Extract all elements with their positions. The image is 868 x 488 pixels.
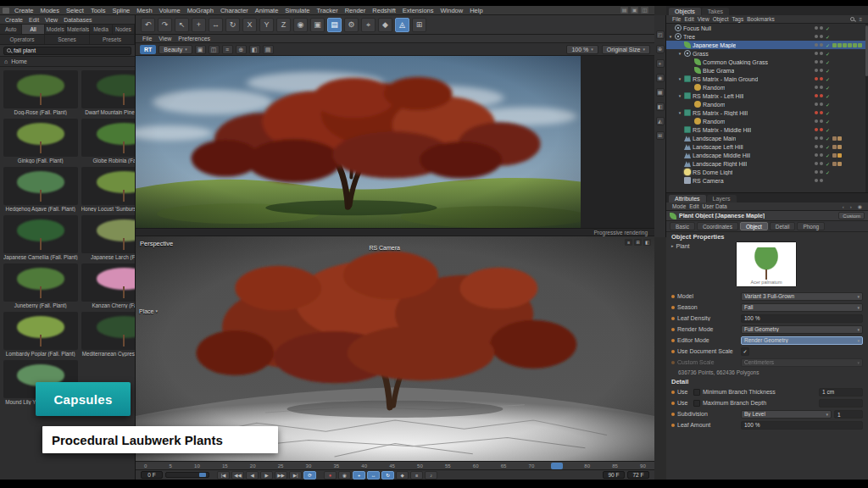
enable-check-icon[interactable]: ✓ bbox=[825, 59, 831, 65]
object-row[interactable]: ▾ RS Matrix - Main Ground ✓ bbox=[666, 75, 868, 83]
attribute-menu-item[interactable]: User Data bbox=[700, 203, 728, 209]
visibility-dots[interactable] bbox=[815, 69, 823, 72]
viewport-maximize-icon[interactable]: ◧ bbox=[643, 239, 651, 246]
object-label[interactable]: RS Matrix - Right Hill bbox=[693, 110, 748, 116]
animation-dot-icon[interactable] bbox=[671, 295, 675, 298]
current-frame-field[interactable]: 72 F bbox=[627, 471, 649, 479]
use-checkbox[interactable] bbox=[693, 389, 700, 396]
object-tags[interactable] bbox=[832, 52, 866, 56]
object-tags[interactable] bbox=[832, 69, 866, 73]
object-row[interactable]: Landscape Middle Hill ✓ bbox=[666, 151, 868, 159]
animation-dot-icon[interactable] bbox=[671, 402, 675, 405]
asset-menu-item[interactable]: Create bbox=[3, 17, 25, 23]
asset-item[interactable]: Ginkgo (Fall. Plant) bbox=[3, 118, 79, 164]
object-label[interactable]: Landscape Main bbox=[693, 136, 736, 141]
asset-menu-item[interactable]: View bbox=[42, 17, 60, 23]
menu-item[interactable]: Modes bbox=[37, 7, 64, 14]
asset-item[interactable]: Kanzan Cherry (Fall. Plant) bbox=[81, 263, 136, 309]
grid-icon[interactable]: ▦ bbox=[656, 88, 665, 97]
attribute-control[interactable]: 100 %▾ bbox=[741, 314, 863, 323]
attribute-tab[interactable]: Phong bbox=[797, 222, 825, 230]
visibility-dots[interactable] bbox=[815, 86, 823, 89]
object-row[interactable]: Random ✓ bbox=[666, 100, 868, 108]
modeling-axis-icon[interactable]: ◆ bbox=[378, 18, 392, 32]
enable-check-icon[interactable]: ✓ bbox=[825, 119, 831, 125]
viewport-layout-icon[interactable]: ⊞ bbox=[634, 239, 642, 246]
menu-item[interactable]: Mesh bbox=[133, 7, 155, 14]
asset-tab[interactable]: Nodes bbox=[113, 25, 135, 34]
snapshot-icon[interactable]: ▣ bbox=[195, 45, 206, 54]
undo-icon[interactable]: ↶ bbox=[141, 18, 155, 32]
region-render-icon[interactable]: ◧ bbox=[249, 45, 260, 54]
asset-item[interactable]: Globe Robinia (Fall. Plant) bbox=[81, 118, 136, 164]
timeline-ruler[interactable]: 051015202530354045505560657075808590 bbox=[136, 461, 654, 469]
enable-check-icon[interactable]: ✓ bbox=[825, 152, 831, 158]
workplane-icon[interactable]: ⊞ bbox=[412, 18, 426, 32]
attribute-control[interactable]: Full Geometry▾ bbox=[741, 325, 863, 334]
visibility-dots[interactable] bbox=[815, 111, 823, 114]
shading-icon[interactable]: ◧ bbox=[656, 103, 665, 111]
frame-tick[interactable]: 90 bbox=[640, 462, 646, 469]
rt-toggle-button[interactable]: RT bbox=[140, 45, 156, 54]
enable-check-icon[interactable]: ✓ bbox=[825, 102, 831, 108]
history-back-icon[interactable]: ‹ bbox=[841, 204, 846, 209]
asset-subtab[interactable]: Presets bbox=[90, 35, 135, 44]
object-tags[interactable] bbox=[832, 35, 866, 39]
asset-item[interactable]: Honey Locust 'Sunburst' (Fall. Plant) bbox=[81, 166, 136, 213]
asset-menu-item[interactable]: Databases bbox=[61, 17, 94, 23]
object-label[interactable]: Focus Null bbox=[683, 25, 711, 31]
compare-ab-icon[interactable]: ◫ bbox=[209, 45, 220, 54]
move-tool-icon[interactable]: + bbox=[192, 18, 206, 32]
asset-tab[interactable]: Auto bbox=[0, 25, 22, 34]
object-tags[interactable] bbox=[832, 60, 866, 64]
object-row[interactable]: Landscape Main ✓ bbox=[666, 134, 868, 142]
panel-tab[interactable]: Layers bbox=[707, 195, 737, 202]
previous-frame-button[interactable]: ◀ bbox=[246, 471, 259, 480]
layout-icon[interactable]: ▤ bbox=[620, 7, 628, 14]
object-manager-menu-item[interactable]: Object bbox=[711, 16, 731, 22]
object-tags[interactable] bbox=[832, 86, 866, 90]
enable-check-icon[interactable]: ✓ bbox=[825, 68, 831, 74]
redo-icon[interactable]: ↷ bbox=[158, 18, 172, 32]
viewport-menu-icon[interactable]: ≡ bbox=[625, 239, 632, 246]
expander-icon[interactable]: ▾ bbox=[677, 110, 682, 115]
object-manager-menu-item[interactable]: Bookmarks bbox=[745, 16, 776, 22]
object-label[interactable]: Random bbox=[703, 102, 725, 108]
frame-tick[interactable]: 80 bbox=[584, 462, 590, 469]
render-view-menu-item[interactable]: Preferences bbox=[175, 36, 213, 42]
object-row[interactable]: Japanese Maple ✓ bbox=[666, 41, 868, 49]
object-label[interactable]: Landscape Middle Hill bbox=[693, 152, 750, 158]
object-row[interactable]: RS Dome Light ✓ bbox=[666, 168, 868, 176]
object-label[interactable]: Landscape Right Hill bbox=[693, 161, 747, 167]
frame-tick[interactable]: 65 bbox=[501, 462, 507, 469]
search-icon[interactable] bbox=[850, 17, 854, 21]
expander-icon[interactable]: ▾ bbox=[677, 51, 682, 56]
use-checkbox[interactable] bbox=[693, 400, 700, 407]
app-icon[interactable] bbox=[3, 8, 9, 14]
object-row[interactable]: ▾ Tree ✓ bbox=[666, 32, 868, 41]
visibility-dots[interactable] bbox=[815, 162, 823, 165]
object-label[interactable]: Landscape Left Hill bbox=[693, 144, 743, 150]
frame-tick[interactable]: 35 bbox=[333, 462, 339, 469]
visibility-dots[interactable] bbox=[815, 77, 823, 80]
enable-check-icon[interactable]: ✓ bbox=[825, 85, 831, 91]
plant-preview-image[interactable]: Acer palmatum bbox=[736, 241, 797, 287]
object-manager-menu-item[interactable]: View bbox=[696, 16, 711, 22]
target-icon[interactable]: ⌖ bbox=[656, 59, 665, 68]
animation-dot-icon[interactable] bbox=[671, 328, 675, 331]
object-row[interactable]: ▾ RS Matrix - Left Hill ✓ bbox=[666, 92, 868, 100]
enable-check-icon[interactable]: ✓ bbox=[825, 110, 831, 116]
asset-item[interactable]: Lombardy Poplar (Fall. Plant) bbox=[3, 311, 79, 358]
object-row[interactable]: RS Matrix - Middle Hill ✓ bbox=[666, 125, 868, 134]
object-label[interactable]: Common Quaking Grass bbox=[703, 59, 768, 65]
animation-dot-icon[interactable] bbox=[671, 317, 675, 320]
custom-button[interactable]: Custom bbox=[838, 212, 865, 219]
axis-y-button[interactable]: Y bbox=[259, 18, 274, 32]
panel-tab[interactable]: Attributes bbox=[669, 195, 706, 202]
object-row[interactable]: Random ✓ bbox=[666, 83, 868, 92]
object-tags[interactable] bbox=[832, 145, 866, 149]
menu-item[interactable]: Spline bbox=[108, 7, 133, 14]
detail-value-field[interactable]: 1 cm bbox=[819, 388, 863, 396]
axis-band-icon[interactable]: ◉ bbox=[656, 74, 665, 82]
animation-dot-icon[interactable] bbox=[671, 413, 675, 416]
